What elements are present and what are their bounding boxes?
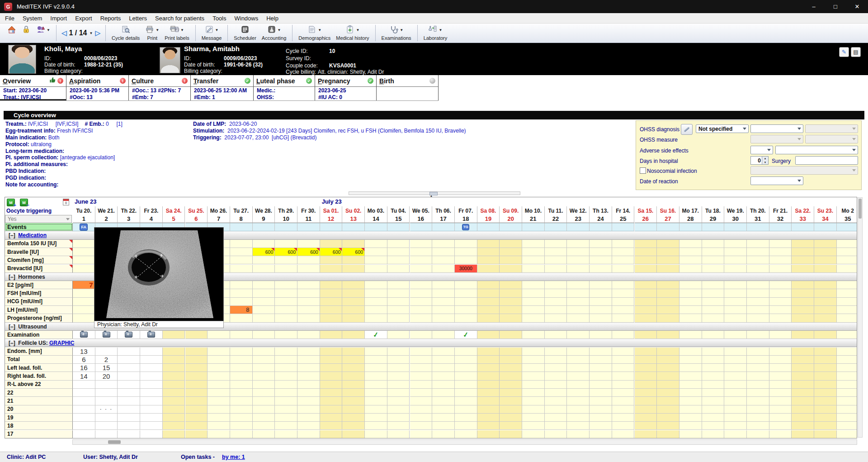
grid-cell-fsh-miu-ml-day-16[interactable] [410,289,433,297]
grid-cell-lh-miu-ml-day-19[interactable] [477,306,500,314]
grid-cell-endom-mm-day-17[interactable] [432,348,455,356]
events-cell-day-19[interactable] [477,223,500,231]
day-number[interactable]: 33 [792,215,814,223]
grid-cell-endom-mm-day-30[interactable] [724,348,747,356]
grid-cell-r-l-above-22-day-29[interactable] [702,381,725,389]
grid-cell-e2-pg-ml-day-11[interactable] [297,281,320,289]
grid-cell-right-lead-foll-day-34[interactable] [814,372,837,380]
grid-cell-19-day-13[interactable] [342,414,365,422]
grid-cell-21-day-14[interactable] [365,397,387,405]
grid-cell-progesterone-ng-ml-day-24[interactable] [590,314,612,322]
grid-cell-20-day-4[interactable] [140,405,163,414]
grid-cell-20-day-18[interactable] [455,405,477,414]
grid-cell-bravelle-iu-day-12[interactable]: 600 [320,248,343,256]
grid-cell-bravelle-iu-day-27[interactable] [657,248,679,256]
grid-cell-e2-pg-ml-day-9[interactable] [253,281,275,289]
grid-cell-17-day-4[interactable] [140,430,163,438]
tab-transfer[interactable]: Transfer✓2023-06-25 12:00 AM#Emb: 1 [191,75,254,100]
grid-cell-bravelle-iu-day-28[interactable] [679,248,702,256]
grid-cell-progesterone-ng-ml-day-16[interactable] [410,314,433,322]
grid-cell-left-lead-foll-day-6[interactable] [185,364,208,372]
medication-add-icon[interactable]: M+ [7,199,15,206]
grid-cell-brevactid-iu-day-20[interactable] [500,265,522,273]
grid-cell-20-day-12[interactable] [320,405,343,414]
grid-cell-brevactid-iu-day-26[interactable] [635,265,657,273]
grid-cell-17-day-19[interactable] [477,430,500,438]
grid-cell-left-lead-foll-day-12[interactable] [320,364,343,372]
close-icon[interactable]: ✕ [846,0,868,13]
menu-item-tools[interactable]: Tools [208,15,230,22]
grid-cell-19-day-15[interactable] [387,414,410,422]
grid-cell-examination-day-18[interactable]: ✓ [455,331,477,339]
grid-cell-brevactid-iu-day-9[interactable] [253,265,275,273]
grid-cell-endom-mm-day-9[interactable] [253,348,275,356]
grid-cell-bravelle-iu-day-15[interactable] [387,248,410,256]
grid-cell-hcg-miu-ml-day-34[interactable] [814,298,837,306]
day-number[interactable]: 27 [657,215,679,223]
grid-cell-fsh-miu-ml-day-35[interactable] [837,289,857,297]
grid-cell-r-l-above-22-day-16[interactable] [410,381,433,389]
grid-cell-lh-miu-ml-day-20[interactable] [500,306,522,314]
grid-cell-bravelle-iu-day-19[interactable] [477,248,500,256]
grid-cell-total-day-13[interactable] [342,356,365,364]
grid-cell-examination-day-19[interactable] [477,331,500,339]
edit-cycle-icon[interactable]: ✎ [839,47,849,57]
grid-cell-20-day-34[interactable] [814,405,837,414]
grid-cell-hcg-miu-ml-day-30[interactable] [724,298,747,306]
grid-cell-21-day-10[interactable] [275,397,297,405]
grid-cell-right-lead-foll-day-35[interactable] [837,372,857,380]
grid-cell-clomifen-mg-day-35[interactable] [837,256,857,264]
events-cell-day-29[interactable] [702,223,725,231]
grid-cell-r-l-above-22-day-32[interactable] [769,381,792,389]
grid-cell-left-lead-foll-day-17[interactable] [432,364,455,372]
grid-cell-bemfola-150-iu-iu-day-14[interactable] [365,240,387,248]
grid-cell-17-day-31[interactable] [747,430,769,438]
grid-cell-17-day-11[interactable] [297,430,320,438]
grid-cell-hcg-miu-ml-day-21[interactable] [522,298,545,306]
grid-cell-right-lead-foll-day-18[interactable] [455,372,477,380]
grid-cell-bravelle-iu-day-34[interactable] [814,248,837,256]
day-number[interactable]: 18 [455,215,477,223]
grid-cell-bravelle-iu-day-35[interactable] [837,248,857,256]
next-cycle-icon[interactable]: ▷ [95,29,100,37]
grid-cell-left-lead-foll-day-20[interactable] [500,364,522,372]
grid-cell-left-lead-foll-day-16[interactable] [410,364,433,372]
grid-cell-lh-miu-ml-day-26[interactable] [635,306,657,314]
grid-cell-20-day-26[interactable] [635,405,657,414]
grid-cell-left-lead-foll-day-8[interactable] [230,364,253,372]
grid-cell-endom-mm-day-31[interactable] [747,348,769,356]
grid-cell-fsh-miu-ml-day-31[interactable] [747,289,769,297]
grid-cell-r-l-above-22-day-30[interactable] [724,381,747,389]
day-header[interactable]: Tu 20. [73,206,95,215]
grid-cell-left-lead-foll-day-35[interactable] [837,364,857,372]
grid-cell-hcg-miu-ml-day-35[interactable] [837,298,857,306]
grid-cell-20-day-17[interactable] [432,405,455,414]
day-header[interactable]: We 19. [724,206,747,215]
grid-cell-clomifen-mg-day-15[interactable] [387,256,410,264]
grid-cell-clomifen-mg-day-33[interactable] [792,256,814,264]
grid-cell-clomifen-mg-day-16[interactable] [410,256,433,264]
grid-cell-r-l-above-22-day-5[interactable] [163,381,185,389]
grid-cell-19-day-6[interactable] [185,414,208,422]
grid-cell-total-day-9[interactable] [253,356,275,364]
grid-cell-18-day-11[interactable] [297,422,320,430]
grid-cell-r-l-above-22-day-4[interactable] [140,381,163,389]
events-cell-day-28[interactable] [679,223,702,231]
grid-cell-18-day-9[interactable] [253,422,275,430]
grid-cell-right-lead-foll-day-17[interactable] [432,372,455,380]
grid-cell-r-l-above-22-day-33[interactable] [792,381,814,389]
menu-item-windows[interactable]: Windows [230,15,262,22]
day-header[interactable]: Tu 18. [702,206,725,215]
grid-cell-21-day-7[interactable] [208,397,230,405]
grid-cell-total-day-31[interactable] [747,356,769,364]
grid-cell-progesterone-ng-ml-day-23[interactable] [567,314,590,322]
menu-item-system[interactable]: System [19,15,46,22]
grid-cell-17-day-30[interactable] [724,430,747,438]
day-header[interactable]: Tu 11. [545,206,567,215]
grid-cell-right-lead-foll-day-14[interactable] [365,372,387,380]
grid-cell-total-day-33[interactable] [792,356,814,364]
grid-cell-examination-day-7[interactable] [208,331,230,339]
day-number[interactable]: 26 [635,215,657,223]
grid-cell-21-day-31[interactable] [747,397,769,405]
events-cell-day-33[interactable] [792,223,814,231]
